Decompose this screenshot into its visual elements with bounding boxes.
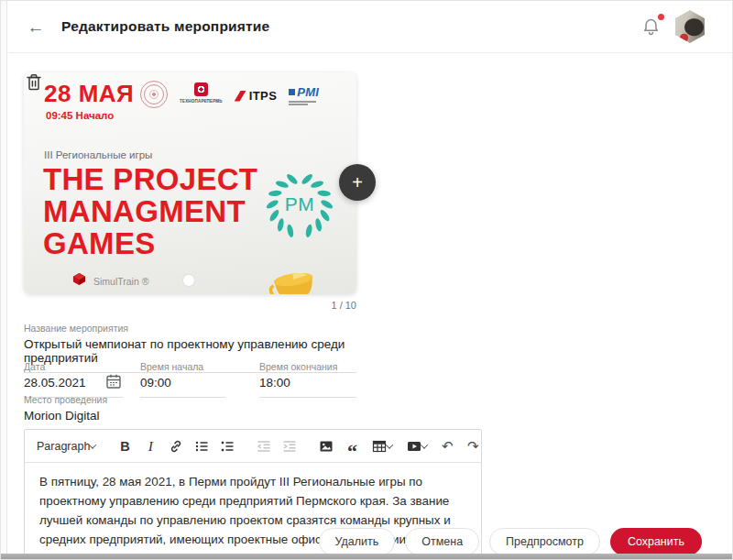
image-icon [319, 439, 334, 454]
table-icon [372, 439, 387, 454]
window-left-edge [1, 1, 7, 559]
insert-media-button[interactable] [400, 434, 433, 458]
indent-icon [282, 439, 297, 454]
carousel-counter: 1 / 10 [24, 300, 356, 311]
simultrain-logo: SimulTrain ® [72, 272, 148, 290]
save-button[interactable]: Сохранить [610, 528, 702, 555]
preview-button[interactable]: Предпросмотр [489, 528, 600, 555]
itps-slash-icon [235, 91, 246, 102]
university-seal-logo [140, 81, 168, 108]
date-label: Дата [24, 361, 123, 372]
media-icon [407, 439, 421, 454]
paragraph-style-dropdown[interactable]: Paragraph [31, 434, 101, 458]
bold-button[interactable]: B [113, 434, 137, 458]
redo-button[interactable]: ↷ [461, 434, 485, 458]
cancel-button[interactable]: Отмена [405, 528, 479, 555]
end-time-field: Время окончания 18:00 [259, 361, 356, 398]
form-actions: Удалить Отмена Предпросмотр Сохранить [319, 528, 703, 555]
delete-image-button[interactable] [24, 72, 44, 94]
bell-icon [641, 25, 661, 40]
event-name-label: Название мероприятия [24, 323, 356, 334]
end-time-label: Время окончания [259, 361, 356, 372]
back-button[interactable]: ← [23, 14, 49, 39]
user-avatar[interactable] [675, 10, 705, 43]
trophy-image [267, 269, 323, 294]
indent-button[interactable] [278, 434, 301, 458]
venue-input[interactable]: Morion Digital [24, 409, 356, 431]
banner-date: 28 МАЯ [44, 80, 134, 108]
chevron-down-icon [386, 441, 393, 448]
banner-title: THE PROJECT MANAGMENT GAMES [43, 163, 257, 259]
trash-icon [25, 82, 43, 95]
page-title: Редактировать мероприятие [61, 18, 269, 35]
banner-start-time: 09:45 Начало [46, 110, 114, 121]
sponsor-logos: ТЕХНОПАРКПЕРМЬ ITPS PMI [140, 81, 319, 108]
itps-logo: ITPS [235, 89, 278, 103]
start-time-label: Время начала [140, 361, 225, 372]
start-time-field: Время начала 09:00 [140, 361, 225, 398]
calendar-button[interactable] [105, 373, 122, 390]
back-arrow-icon: ← [27, 17, 45, 37]
notifications-button[interactable] [641, 16, 662, 38]
italic-icon: I [148, 438, 153, 455]
bold-icon: B [120, 439, 129, 454]
venue-field: Место проведения Morion Digital [24, 394, 356, 431]
delete-event-button[interactable]: Удалить [319, 528, 396, 555]
italic-button[interactable]: I [138, 434, 162, 458]
edit-event-page: ← Редактировать мероприятие 28 МАЯ 09:45… [0, 0, 733, 560]
header-right [641, 10, 705, 43]
undo-button[interactable]: ↶ [435, 434, 459, 458]
redo-icon: ↷ [467, 438, 479, 455]
bulleted-list-icon [194, 439, 209, 454]
carousel-indicator-dot [183, 275, 194, 286]
block-quote-button[interactable]: “ [340, 434, 364, 458]
pmi-tagline-lines [289, 101, 316, 106]
technopark-icon [194, 82, 208, 96]
bulleted-list-button[interactable] [190, 434, 213, 458]
chevron-down-icon [421, 441, 428, 448]
venue-label: Место проведения [24, 394, 356, 405]
window-bottom-edge [1, 554, 732, 559]
outdent-button[interactable] [252, 434, 276, 458]
link-icon [169, 439, 183, 454]
numbered-list-button[interactable] [215, 434, 239, 458]
banner-series-label: III Региональные игры [44, 149, 152, 160]
pm-wreath-text: PM [264, 168, 335, 241]
add-image-button[interactable]: + [339, 164, 376, 201]
undo-icon: ↶ [442, 438, 454, 455]
insert-image-button[interactable] [314, 434, 338, 458]
app-header: ← Редактировать мероприятие [8, 1, 732, 53]
insert-table-button[interactable] [366, 434, 399, 458]
chevron-down-icon [89, 441, 96, 448]
pmi-square-icon [289, 89, 295, 95]
event-banner-image[interactable]: 28 МАЯ 09:45 Начало ТЕХНОПАРКПЕРМЬ ITPS … [24, 72, 356, 294]
notification-dot [658, 14, 664, 20]
simultrain-cube-icon [72, 272, 86, 290]
date-time-row: Дата 28.05.2021 Время начала 09:00 Время… [24, 361, 356, 398]
date-field: Дата 28.05.2021 [24, 361, 123, 398]
pmi-logo: PMI [289, 85, 319, 106]
plus-icon: + [352, 173, 363, 192]
editor-toolbar: Paragraph B I [25, 430, 481, 463]
calendar-icon [105, 379, 122, 392]
link-button[interactable] [164, 434, 188, 458]
numbered-list-icon [220, 439, 235, 454]
technopark-logo: ТЕХНОПАРКПЕРМЬ [180, 82, 223, 104]
outdent-icon [257, 439, 271, 454]
